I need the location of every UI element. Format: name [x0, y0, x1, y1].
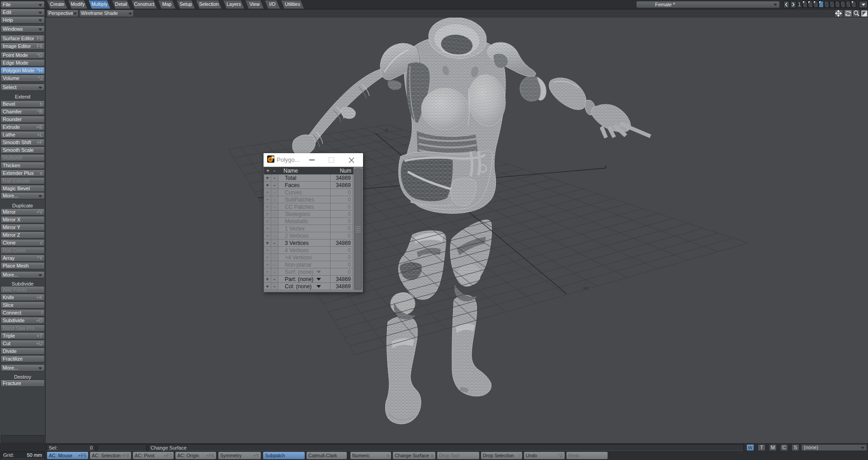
- svg-text:+z: +z: [583, 285, 588, 291]
- svg-text:M: M: [272, 156, 274, 159]
- svg-text:x: x: [604, 164, 607, 169]
- svg-text:-z: -z: [384, 127, 388, 132]
